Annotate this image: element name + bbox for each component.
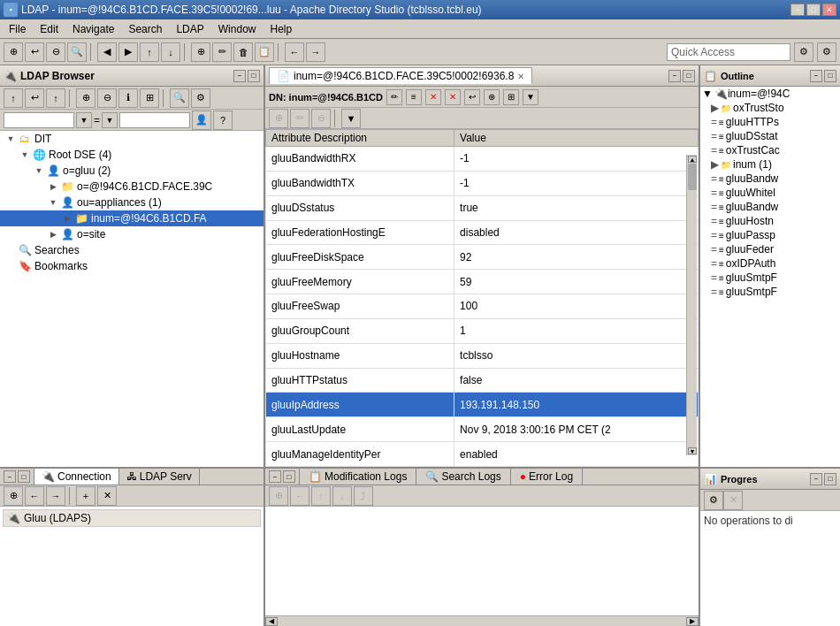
menu-search[interactable]: Search xyxy=(121,21,169,37)
toolbar-btn-8[interactable]: ↓ xyxy=(161,42,180,62)
ldap-browser-maximize[interactable]: □ xyxy=(248,70,260,82)
entry-maximize[interactable]: □ xyxy=(683,70,695,82)
entry-tab[interactable]: 📄 inum=@!94C6.B1CD.FACE.39C5!0002!6936.8… xyxy=(269,67,532,84)
ldap-tb-new[interactable]: ⊕ xyxy=(76,88,95,108)
table-row[interactable]: gluuFreeMemory59 xyxy=(266,270,699,294)
bc-tb-btn1[interactable]: ⊕ xyxy=(269,486,288,506)
outline-maximize[interactable]: □ xyxy=(824,70,836,82)
ldap-tb-info[interactable]: ℹ xyxy=(118,88,138,108)
toolbar-btn-12[interactable]: 📋 xyxy=(255,42,274,62)
outline-item[interactable]: =≡gluuHTTPs xyxy=(700,115,840,129)
toolbar-btn-9[interactable]: ⊕ xyxy=(191,42,210,62)
expand-osite[interactable]: ▶ xyxy=(46,227,60,241)
table-row[interactable]: gluuHTTPstatusfalse xyxy=(266,368,699,393)
toolbar-btn-14[interactable]: → xyxy=(306,42,325,62)
table-row[interactable]: gluuManageIdentityPerenabled xyxy=(266,442,699,467)
bc-maximize[interactable]: □ xyxy=(283,470,295,483)
menu-edit[interactable]: Edit xyxy=(33,21,65,37)
bc-tb-btn3[interactable]: ↑ xyxy=(311,486,331,506)
table-row[interactable]: gluuLastUpdateNov 9, 2018 3:00:16 PM CET… xyxy=(266,417,699,442)
dn-btn-child[interactable]: ⊞ xyxy=(503,89,519,105)
progress-maximize[interactable]: □ xyxy=(824,473,836,485)
minimize-button[interactable]: − xyxy=(790,4,805,16)
bc-tb-btn2[interactable]: ← xyxy=(290,486,309,506)
bc-tb-btn4[interactable]: ↓ xyxy=(332,486,352,506)
outline-item[interactable]: =≡gluuSmtpF xyxy=(700,271,840,285)
dn-btn-delete[interactable]: ✕ xyxy=(425,89,441,105)
tab-connection[interactable]: 🔌 Connection xyxy=(34,469,119,485)
entry-minimize[interactable]: − xyxy=(668,70,681,82)
table-row[interactable]: gluuFreeDiskSpace92 xyxy=(266,245,699,270)
progress-tb-btn1[interactable]: ⚙ xyxy=(704,491,723,510)
progress-minimize[interactable]: − xyxy=(810,473,822,485)
toolbar-btn-5[interactable]: ◀ xyxy=(97,42,117,62)
ldap-nav-help[interactable]: ? xyxy=(213,111,233,130)
quick-access-input[interactable]: Quick Access xyxy=(667,43,790,61)
outline-item[interactable]: =≡oxTrustCac xyxy=(700,143,840,157)
outline-root-expand[interactable]: ▼ xyxy=(702,88,713,100)
progress-tb-btn2[interactable]: ✕ xyxy=(723,491,743,510)
outline-item[interactable]: =≡oxIDPAuth xyxy=(700,256,840,271)
expand-searches[interactable]: ▶ xyxy=(4,243,18,257)
dn-btn-more[interactable]: ▼ xyxy=(523,89,538,105)
tree-item-bookmarks[interactable]: ▶ 🔖 Bookmarks xyxy=(0,258,263,274)
bc-minimize[interactable]: − xyxy=(269,470,281,483)
table-row[interactable]: gluuIpAddress193.191.148.150 xyxy=(266,393,699,417)
ldap-browser-minimize[interactable]: − xyxy=(233,70,246,82)
toolbar-btn-13[interactable]: ← xyxy=(285,42,304,62)
outline-item[interactable]: =≡gluuHostn xyxy=(700,214,840,228)
dn-btn-reload[interactable]: ↩ xyxy=(464,89,480,105)
attr-table[interactable]: Attribute Description Value gluuBandwidt… xyxy=(265,129,699,467)
table-row[interactable]: gluuBandwidthTX-1 xyxy=(266,171,699,195)
scroll-up-btn[interactable]: ▲ xyxy=(688,156,697,163)
scroll-right-btn[interactable]: ▶ xyxy=(686,617,699,626)
ldap-tb-up[interactable]: ↑ xyxy=(46,88,65,108)
menu-help[interactable]: Help xyxy=(263,21,299,37)
entry-tab-close[interactable]: ✕ xyxy=(517,72,524,81)
table-row[interactable]: gluuDSstatustrue xyxy=(266,195,699,220)
toolbar-btn-6[interactable]: ▶ xyxy=(118,42,138,62)
table-row[interactable]: gluuFreeSwap100 xyxy=(266,294,699,319)
toolbar-btn-4[interactable]: 🔍 xyxy=(67,42,87,62)
bl-tb-btn3[interactable]: → xyxy=(46,486,65,506)
bottom-left-maximize[interactable]: □ xyxy=(18,470,30,483)
expand-ogluu[interactable]: ▼ xyxy=(32,164,46,178)
bottom-left-minimize[interactable]: − xyxy=(4,470,16,483)
expand-ouappliances[interactable]: ▼ xyxy=(46,195,60,210)
toolbar-btn-1[interactable]: ⊕ xyxy=(4,42,23,62)
toolbar-btn-7[interactable]: ↑ xyxy=(140,42,159,62)
dn-btn-move[interactable]: ✕ xyxy=(445,89,461,105)
outline-root[interactable]: ▼ 🔌 inum=@!94C xyxy=(700,87,840,101)
tree-item-rootdse[interactable]: ▼ 🌐 Root DSE (4) xyxy=(0,147,263,163)
tree-item-ogluu[interactable]: ▼ 👤 o=gluu (2) xyxy=(0,163,263,179)
bc-tb-btn5[interactable]: ⤴ xyxy=(354,486,373,506)
menu-navigate[interactable]: Navigate xyxy=(65,21,121,37)
expand-inum[interactable]: ▶ xyxy=(60,211,74,225)
toolbar-btn-2[interactable]: ↩ xyxy=(25,42,44,62)
expand-dit[interactable]: ▼ xyxy=(4,132,18,146)
bl-tb-btn2[interactable]: ← xyxy=(25,486,44,506)
ldap-tb-search[interactable]: 🔍 xyxy=(170,88,189,108)
tree-item-dit[interactable]: ▼ 🗂 DIT xyxy=(0,131,263,147)
outline-tree[interactable]: ▼ 🔌 inum=@!94C ▶📁oxTrustSto=≡gluuHTTPs=≡… xyxy=(700,87,840,467)
bl-tb-btn5[interactable]: ✕ xyxy=(97,486,117,506)
toolbar-btn-3[interactable]: ⊖ xyxy=(46,42,65,62)
toolbar-btn-end1[interactable]: ⚙ xyxy=(794,42,813,62)
et-btn4[interactable]: ▼ xyxy=(341,109,361,128)
outline-item[interactable]: ▶📁inum (1) xyxy=(700,157,840,172)
bl-tb-btn4[interactable]: + xyxy=(76,486,95,506)
toolbar-btn-10[interactable]: ✏ xyxy=(212,42,232,62)
attr-table-scrollbar[interactable]: ▲ ▼ xyxy=(686,155,697,455)
table-row[interactable]: gluuGroupCount1 xyxy=(266,318,699,343)
outline-minimize[interactable]: − xyxy=(810,70,822,82)
outline-item[interactable]: =≡gluuBandw xyxy=(700,200,840,214)
outline-item[interactable]: =≡gluuDSstat xyxy=(700,129,840,143)
tree-item-ouappliances[interactable]: ▼ 👤 ou=appliances (1) xyxy=(0,195,263,210)
scroll-left-btn[interactable]: ◀ xyxy=(265,617,278,626)
table-row[interactable]: gluuBandwidthRX-1 xyxy=(266,147,699,172)
expand-bookmarks[interactable]: ▶ xyxy=(4,259,18,273)
tab-modification-logs[interactable]: 📋 Modification Logs xyxy=(300,469,416,485)
outline-item[interactable]: =≡gluuWhitel xyxy=(700,186,840,200)
tab-error-log[interactable]: ● Error Log xyxy=(511,469,583,485)
ldap-nav-dropdown-left[interactable]: ▼ xyxy=(76,112,92,128)
